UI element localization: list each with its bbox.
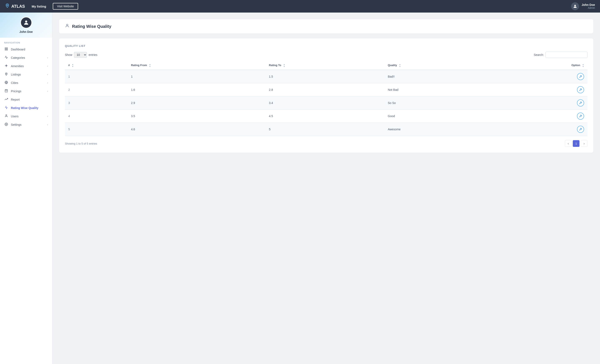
cell-num: 5	[65, 123, 128, 136]
sidebar-label-cities: Cities	[11, 81, 18, 84]
sidebar-label-dashboard: Dashboard	[11, 48, 25, 51]
table-row: 5 4.6 5 Awesome	[65, 123, 587, 136]
listings-chevron-icon: ›	[47, 73, 48, 76]
edit-button-row-3[interactable]	[577, 99, 584, 107]
cities-chevron-icon: ›	[47, 81, 48, 84]
settings-chevron-icon: ›	[47, 123, 48, 126]
rating-to-sort-icon: ▲▼	[283, 64, 285, 68]
table-header-row: # ▲▼ Rating From ▲▼ Rating To ▲▼ Quali	[65, 61, 587, 70]
search-input[interactable]	[545, 52, 587, 58]
table-row: 4 3.5 4.5 Good	[65, 110, 587, 123]
sidebar-label-listings: Listings	[11, 73, 21, 76]
search-label: Search:	[534, 53, 544, 56]
sidebar-avatar	[20, 17, 32, 28]
table-row: 3 2.9 3.4 So So	[65, 96, 587, 110]
cell-option	[487, 123, 587, 136]
sidebar-item-rating-wise-quality[interactable]: Rating Wise Quality	[0, 104, 52, 112]
entries-label: entries	[89, 53, 97, 56]
cell-rating-to: 4.5	[266, 110, 384, 123]
nav-section-label: NAVIGATION	[0, 38, 52, 45]
svg-rect-4	[7, 48, 8, 49]
content-card: QUALITY LIST Show 10 25 50 100 entries S…	[59, 38, 593, 153]
listings-icon	[4, 72, 8, 77]
next-page-button[interactable]: ›	[581, 140, 587, 147]
cell-rating-to: 3.4	[266, 96, 384, 110]
sidebar-label-pricings: Pricings	[11, 90, 21, 93]
sidebar-label-users: Users	[11, 115, 19, 118]
sidebar-item-dashboard[interactable]: Dashboard	[0, 45, 52, 54]
visit-website-button[interactable]: Visit Website	[53, 3, 78, 10]
sidebar-item-pricings[interactable]: Pricings ›	[0, 87, 52, 95]
cell-quality: Not Bad	[384, 83, 487, 96]
edit-button-row-2[interactable]	[577, 86, 584, 93]
categories-chevron-icon: ›	[47, 56, 48, 59]
table-controls: Show 10 25 50 100 entries Search:	[65, 52, 587, 58]
sidebar-item-settings[interactable]: Settings ›	[0, 120, 52, 129]
table-body: 1 1 1.5 Bad!! 2 1.6 2.8 Not Bad 3 2.9 3.…	[65, 70, 587, 136]
report-icon	[4, 98, 8, 102]
users-icon	[4, 114, 8, 118]
edit-button-row-1[interactable]	[577, 73, 584, 80]
cell-rating-to: 5	[266, 123, 384, 136]
quality-table: # ▲▼ Rating From ▲▼ Rating To ▲▼ Quali	[65, 61, 587, 136]
show-entries: Show 10 25 50 100 entries	[65, 52, 97, 58]
svg-point-15	[6, 124, 7, 125]
user-name: John Doe	[581, 3, 595, 7]
cell-quality: Bad!!	[384, 70, 487, 83]
edit-button-row-4[interactable]	[577, 113, 584, 120]
amenities-icon	[4, 64, 8, 68]
users-chevron-icon: ›	[47, 115, 48, 118]
sidebar-item-amenities[interactable]: Amenities ›	[0, 62, 52, 70]
categories-icon	[4, 56, 8, 60]
sidebar-item-cities[interactable]: Cities ›	[0, 79, 52, 87]
cell-quality: Good	[384, 110, 487, 123]
entries-select[interactable]: 10 25 50 100	[74, 52, 87, 58]
search-box: Search:	[534, 52, 587, 58]
page-1-button[interactable]: 1	[573, 140, 580, 147]
sidebar-item-users[interactable]: Users ›	[0, 112, 52, 120]
logo-text: ATLAS	[11, 4, 25, 9]
cell-num: 3	[65, 96, 128, 110]
cell-num: 2	[65, 83, 128, 96]
svg-point-2	[25, 20, 27, 23]
edit-button-row-5[interactable]	[577, 126, 584, 133]
sidebar-item-categories[interactable]: Categories ›	[0, 54, 52, 62]
col-rating-from: Rating From ▲▼	[128, 61, 266, 70]
cell-quality: So So	[384, 96, 487, 110]
sidebar-header: John Doe	[0, 13, 52, 38]
svg-rect-6	[7, 49, 8, 50]
svg-point-1	[574, 5, 576, 6]
sidebar-label-report: Report	[11, 98, 20, 101]
cell-option	[487, 83, 587, 96]
logo: ATLAS	[5, 3, 25, 9]
prev-page-button[interactable]: ‹	[565, 140, 572, 147]
cell-rating-to: 2.8	[266, 83, 384, 96]
col-quality: Quality ▲▼	[384, 61, 487, 70]
cell-quality: Awesome	[384, 123, 487, 136]
page-title: Rating Wise Quality	[72, 24, 112, 29]
user-info: John Doe Admin	[581, 3, 595, 9]
sidebar-item-listings[interactable]: Listings ›	[0, 70, 52, 79]
num-sort-icon: ▲▼	[72, 64, 74, 68]
cell-rating-to: 1.5	[266, 70, 384, 83]
cities-icon	[4, 81, 8, 85]
col-rating-to: Rating To ▲▼	[266, 61, 384, 70]
cell-option	[487, 110, 587, 123]
cell-rating-from: 2.9	[128, 96, 266, 110]
logo-icon	[5, 3, 10, 9]
topnav-left: ATLAS My listing Visit Website	[5, 3, 78, 10]
svg-rect-3	[5, 48, 6, 49]
option-sort-icon: ▲▼	[582, 64, 584, 68]
cell-rating-from: 4.6	[128, 123, 266, 136]
rating-from-sort-icon: ▲▼	[149, 64, 151, 68]
col-num: # ▲▼	[65, 61, 128, 70]
sidebar-label-amenities: Amenities	[11, 64, 24, 68]
sidebar-item-report[interactable]: Report	[0, 95, 52, 104]
my-listing-link[interactable]: My listing	[32, 5, 46, 8]
table-row: 2 1.6 2.8 Not Bad	[65, 83, 587, 96]
sidebar: John Doe NAVIGATION Dashboard Categories…	[0, 13, 52, 364]
svg-rect-5	[5, 49, 6, 50]
page-title-card: Rating Wise Quality	[59, 19, 593, 34]
user-role: Admin	[581, 7, 595, 9]
sidebar-label-settings: Settings	[11, 123, 22, 126]
